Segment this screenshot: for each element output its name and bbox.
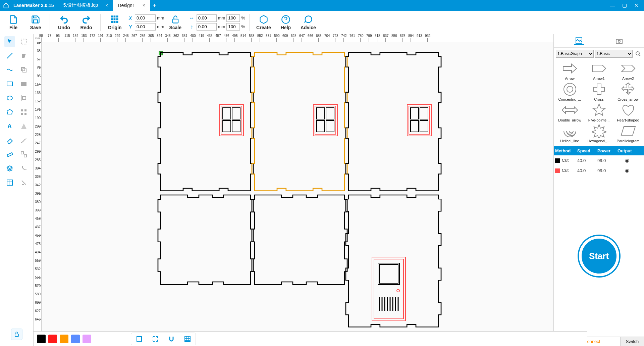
- create-button[interactable]: Create: [254, 11, 274, 34]
- start-button[interactable]: Start: [579, 236, 619, 276]
- svg-rect-26: [7, 153, 12, 157]
- pointer-tool[interactable]: [4, 36, 15, 47]
- curve-tool[interactable]: [4, 64, 15, 75]
- shape-label: Arrow: [565, 77, 575, 81]
- shape-item[interactable]: Heart-shaped: [614, 103, 642, 122]
- search-icon[interactable]: [634, 50, 642, 58]
- measure-tool[interactable]: [4, 149, 15, 160]
- origin-button[interactable]: Origin: [105, 11, 125, 34]
- grid-tool[interactable]: [18, 107, 29, 117]
- anchor-tool[interactable]: [18, 177, 29, 188]
- layer-row[interactable]: Cut40.099.0◉: [554, 165, 644, 176]
- undo-label: Undo: [58, 25, 70, 30]
- scale-button[interactable]: Scale: [166, 11, 184, 34]
- width-input[interactable]: [197, 14, 217, 22]
- document-tab[interactable]: 5.设计图模板.lcp ×: [59, 0, 113, 11]
- fill-tool[interactable]: [18, 50, 29, 61]
- width-pct-input[interactable]: [226, 14, 240, 22]
- close-icon[interactable]: ×: [105, 3, 108, 8]
- y-input[interactable]: [135, 23, 156, 31]
- height-input[interactable]: [197, 23, 217, 31]
- gallery-tab-icon[interactable]: [574, 37, 584, 45]
- minimize-icon[interactable]: —: [610, 3, 615, 8]
- svg-point-76: [564, 83, 576, 95]
- shape-item[interactable]: Hexagonal_...: [585, 123, 613, 143]
- undo-button[interactable]: Undo: [54, 11, 74, 34]
- shape-item[interactable]: Arrow1: [585, 61, 613, 81]
- align-tool[interactable]: [18, 93, 29, 103]
- shape-item[interactable]: Arrow: [556, 61, 584, 81]
- shape-item[interactable]: Five-pointe...: [585, 103, 613, 122]
- shape-label: Hexagonal_...: [588, 139, 610, 143]
- close-window-icon[interactable]: ✕: [634, 2, 639, 8]
- x-input[interactable]: [135, 14, 156, 22]
- svg-rect-24: [24, 113, 26, 115]
- magnet-mode-icon[interactable]: [167, 334, 176, 344]
- eraser-tool[interactable]: [4, 135, 15, 146]
- save-button[interactable]: Save: [25, 11, 46, 34]
- frame-mode-icon[interactable]: [135, 334, 144, 344]
- array-tool[interactable]: [18, 149, 29, 160]
- y-label: Y: [129, 24, 133, 30]
- shape-item[interactable]: Arrow2: [614, 61, 642, 81]
- mirror-tool[interactable]: [18, 121, 29, 132]
- category-select-1[interactable]: 1.BasicGraph: [556, 50, 594, 58]
- tab-label: 5.设计图模板.lcp: [63, 2, 98, 8]
- ellipse-tool[interactable]: [4, 93, 15, 103]
- path-tool[interactable]: [18, 135, 29, 146]
- svg-rect-66: [185, 336, 190, 342]
- pattern-tool[interactable]: [18, 79, 29, 89]
- color-swatch[interactable]: [71, 335, 80, 343]
- visibility-icon[interactable]: ◉: [618, 157, 636, 163]
- x-label: X: [129, 15, 133, 21]
- switch-button[interactable]: Switch: [621, 337, 644, 346]
- height-pct-input[interactable]: [226, 23, 240, 31]
- line-tool[interactable]: [4, 50, 15, 61]
- color-swatch[interactable]: [83, 335, 91, 343]
- grid-mode-icon[interactable]: [183, 334, 192, 344]
- offset-tool[interactable]: [18, 64, 29, 75]
- color-swatch[interactable]: [37, 335, 46, 343]
- polygon-tool[interactable]: [4, 107, 15, 117]
- text-tool[interactable]: A: [4, 121, 15, 132]
- document-tab[interactable]: Design1 ×: [113, 0, 150, 11]
- close-icon[interactable]: ×: [143, 3, 145, 8]
- svg-rect-43: [326, 108, 334, 119]
- left-toolbar: A: [0, 34, 34, 346]
- category-select-2[interactable]: 1.Basic: [595, 50, 633, 58]
- door: [372, 257, 406, 321]
- visibility-icon[interactable]: ◉: [618, 167, 636, 174]
- redo-button[interactable]: Redo: [76, 11, 96, 34]
- shape-item[interactable]: Concentric_...: [556, 82, 584, 101]
- new-tab-button[interactable]: +: [150, 2, 159, 9]
- select-tool[interactable]: [18, 36, 29, 47]
- maximize-icon[interactable]: ▢: [622, 2, 627, 8]
- color-swatch[interactable]: [48, 335, 57, 343]
- svg-line-75: [639, 55, 640, 56]
- color-swatch[interactable]: [60, 335, 68, 343]
- shape-item[interactable]: Helical_line: [556, 123, 584, 143]
- advice-button[interactable]: Advice: [298, 11, 319, 34]
- lock-toggle[interactable]: [11, 329, 22, 340]
- shape-item[interactable]: Cross: [585, 82, 613, 101]
- design-canvas[interactable]: [42, 42, 553, 346]
- help-button[interactable]: Help: [276, 11, 296, 34]
- svg-rect-72: [616, 39, 622, 43]
- file-button[interactable]: File: [3, 11, 23, 34]
- focus-mode-icon[interactable]: [151, 334, 160, 344]
- shape-item[interactable]: Cross_arrow: [614, 82, 642, 101]
- svg-rect-1: [114, 15, 116, 17]
- col-power: Power: [596, 146, 616, 155]
- shape-item[interactable]: Double_arrow: [556, 103, 584, 122]
- shape-item[interactable]: Parallelogram: [614, 123, 642, 143]
- advice-label: Advice: [301, 25, 316, 30]
- home-icon[interactable]: [0, 2, 12, 8]
- transform-tool[interactable]: [18, 163, 29, 174]
- layer-row[interactable]: Cut40.099.0◉: [554, 155, 644, 165]
- rect-tool[interactable]: [4, 79, 15, 89]
- camera-tab-icon[interactable]: [614, 37, 624, 45]
- svg-rect-6: [111, 21, 113, 23]
- table-tool[interactable]: [4, 177, 15, 188]
- svg-point-17: [7, 96, 12, 100]
- layers-tool[interactable]: [4, 163, 15, 174]
